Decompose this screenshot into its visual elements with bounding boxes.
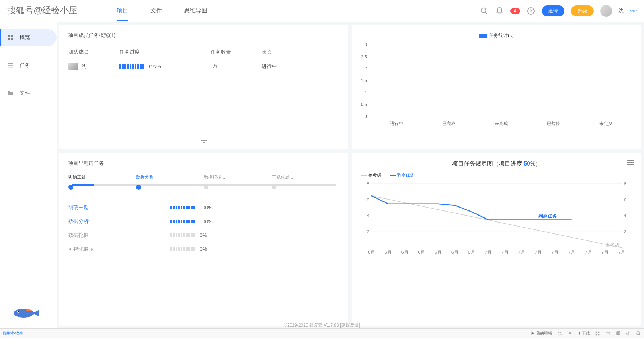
stats-chart-card: 任务统计(6) 32.521.510.50 进行中已完成未完成已暂停未定义 [352, 25, 641, 149]
progress-bars [119, 64, 144, 69]
burndown-title: 项目任务燃尽图（项目进度 50%） [361, 160, 632, 168]
bar-chart: 32.521.510.50 进行中已完成未完成已暂停未定义 [361, 42, 632, 126]
svg-point-15 [26, 309, 31, 311]
milestone-card: 项目里程碑任务 明确主题... 数据分析... 数据挖掘... 可视化展... … [59, 153, 348, 326]
help-icon[interactable] [527, 7, 535, 15]
card-title: 项目成员任务概览(1) [68, 32, 340, 39]
list-icon [7, 62, 14, 69]
chart-menu-icon[interactable] [627, 160, 634, 166]
svg-text:6月: 6月 [468, 250, 475, 255]
svg-text:7月: 7月 [551, 250, 559, 255]
svg-text:6月: 6月 [435, 250, 442, 255]
table-header: 团队成员 任务进度 任务数量 状态 [68, 46, 340, 58]
svg-text:7月: 7月 [618, 250, 625, 255]
svg-text:8: 8 [367, 182, 370, 186]
bell-icon[interactable] [495, 7, 504, 15]
folder-icon [7, 90, 14, 96]
watermark: 搜狐号@经验小屋 [7, 4, 77, 16]
table-row[interactable]: 沈 100% 1/1 进行中 [68, 58, 340, 75]
progress-pct: 100% [148, 64, 161, 69]
svg-text:6: 6 [624, 198, 627, 202]
svg-text:7月: 7月 [535, 250, 542, 255]
svg-text:6月: 6月 [368, 250, 375, 255]
card-title: 项目里程碑任务 [68, 160, 340, 167]
header-right: 4 邀请 升级 沈 VIP [480, 5, 637, 17]
svg-text:6月: 6月 [418, 250, 425, 255]
task-status: 进行中 [262, 63, 305, 70]
y-axis: 32.521.510.50 [361, 42, 370, 126]
header: 搜狐号@经验小屋 项目 文件 思维导图 4 邀请 升级 沈 VIP [0, 0, 644, 22]
svg-point-11 [14, 309, 34, 318]
th-progress: 任务进度 [119, 49, 211, 56]
svg-text:剩余任务: 剩余任务 [538, 214, 557, 219]
step[interactable]: 可视化展... [272, 174, 340, 189]
svg-point-14 [18, 311, 19, 312]
svg-rect-4 [8, 35, 10, 37]
user-name: 沈 [618, 8, 624, 14]
svg-point-0 [481, 8, 486, 12]
svg-text:4: 4 [624, 213, 627, 218]
svg-text:7月: 7月 [601, 250, 609, 255]
legend-swatch [479, 34, 487, 38]
svg-text:6月: 6月 [451, 250, 459, 255]
svg-text:7月: 7月 [501, 250, 509, 255]
sidebar-item-tasks[interactable]: 任务 [0, 57, 57, 74]
step[interactable]: 明确主题... [68, 174, 136, 190]
svg-marker-12 [33, 309, 39, 317]
legend-label: 任务统计(6) [489, 33, 514, 38]
sidebar-item-label: 文件 [20, 90, 30, 96]
svg-point-3 [531, 13, 531, 13]
svg-text:7月: 7月 [568, 250, 575, 255]
svg-text:2: 2 [367, 229, 370, 234]
member-avatar [68, 63, 78, 70]
svg-rect-6 [8, 38, 10, 40]
svg-rect-5 [11, 35, 13, 37]
invite-button[interactable]: 邀请 [542, 5, 564, 16]
sidebar: 概览 任务 文件 [0, 22, 57, 328]
avatar[interactable] [600, 5, 612, 17]
members-card: 项目成员任务概览(1) 团队成员 任务进度 任务数量 状态 沈 100% 1/1… [59, 25, 348, 149]
svg-text:2: 2 [624, 229, 627, 234]
bars-area: 进行中已完成未完成已暂停未定义 [370, 42, 632, 119]
burndown-card: 项目任务燃尽图（项目进度 50%） 参考线 剩余任务 224466886月6月6… [352, 153, 641, 326]
svg-text:7月: 7月 [585, 250, 592, 255]
fish-mascot [11, 305, 40, 320]
chart-legend: 任务统计(6) [361, 32, 632, 39]
svg-text:7月: 7月 [485, 250, 492, 255]
grid-icon [7, 34, 14, 41]
svg-text:6: 6 [367, 198, 370, 202]
sidebar-item-files[interactable]: 文件 [0, 85, 57, 102]
search-icon[interactable] [480, 7, 489, 15]
milestone-list: 明确主题100%数据分析100%数据挖掘0%可视化展示0% [68, 201, 340, 256]
svg-rect-10 [8, 67, 13, 67]
milestone-steps: 明确主题... 数据分析... 数据挖掘... 可视化展... [68, 174, 340, 190]
burndown-chart: 224466886月6月6月6月6月6月6月7月7月7月7月7月7月7月7月7月… [361, 182, 632, 255]
task-count: 1/1 [211, 64, 262, 69]
filter-icon[interactable] [201, 140, 207, 145]
svg-rect-8 [8, 63, 13, 64]
step[interactable]: 数据分析... [136, 174, 204, 190]
feedback-link[interactable]: [建议反馈] [340, 323, 360, 328]
tab-files[interactable]: 文件 [150, 0, 162, 21]
sidebar-item-label: 任务 [20, 62, 30, 69]
tab-mindmap[interactable]: 思维导图 [184, 0, 207, 21]
sidebar-item-label: 概览 [20, 34, 30, 41]
svg-text:7月: 7月 [518, 250, 525, 255]
nav-tabs: 项目 文件 思维导图 [117, 0, 207, 21]
notification-badge[interactable]: 4 [510, 8, 520, 14]
th-count: 任务数量 [211, 49, 262, 56]
svg-text:参考线: 参考线 [606, 243, 620, 247]
upgrade-button[interactable]: 升级 [571, 5, 594, 16]
th-status: 状态 [262, 49, 305, 56]
svg-text:8: 8 [624, 182, 627, 186]
svg-rect-9 [8, 65, 13, 66]
th-member: 团队成员 [68, 49, 119, 56]
svg-line-1 [485, 12, 487, 14]
sidebar-item-overview[interactable]: 概览 [0, 29, 57, 46]
svg-rect-7 [11, 38, 13, 40]
tab-project[interactable]: 项目 [117, 0, 128, 21]
svg-text:4: 4 [367, 213, 370, 218]
vip-tag: VIP [630, 9, 637, 13]
member-name: 沈 [81, 63, 86, 70]
step[interactable]: 数据挖掘... [204, 174, 272, 189]
